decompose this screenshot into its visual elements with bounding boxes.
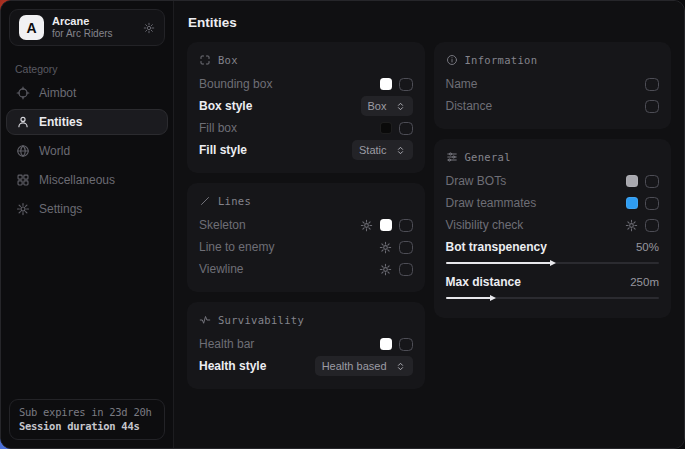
panel-title: Survivability xyxy=(218,314,304,326)
panel-header: General xyxy=(446,149,660,165)
row-label: Name xyxy=(446,77,478,91)
row-label: Health style xyxy=(199,359,266,373)
color-swatch[interactable] xyxy=(380,122,392,134)
checkbox-health-bar[interactable] xyxy=(399,338,413,351)
sidebar-item-label: World xyxy=(39,144,70,158)
row-distance: Distance xyxy=(446,95,660,117)
row-box-style: Box styleBox xyxy=(199,95,413,117)
app-window: A Arcane for Arc Riders Category AimbotE… xyxy=(0,0,685,449)
crosshair-icon xyxy=(16,86,30,100)
app-subtitle: for Arc Riders xyxy=(52,28,135,40)
chevrons-up-down-icon xyxy=(395,101,406,112)
app-logo: A xyxy=(19,15,44,40)
header-gear-icon[interactable] xyxy=(143,22,155,34)
entities-icon xyxy=(16,115,30,129)
slider-track[interactable] xyxy=(446,297,660,299)
scan-icon xyxy=(199,54,211,66)
slider-value: 250m xyxy=(630,276,659,288)
page-title: Entities xyxy=(188,15,671,30)
sidebar-item-miscellaneous[interactable]: Miscellaneous xyxy=(6,167,168,193)
main-content: Entities BoxBounding boxBox styleBoxFill… xyxy=(174,1,684,448)
sidebar: A Arcane for Arc Riders Category AimbotE… xyxy=(1,1,174,448)
checkbox-skeleton[interactable] xyxy=(399,219,413,232)
panel-title: Lines xyxy=(218,195,251,207)
dropdown-fill-style[interactable]: Static xyxy=(352,140,413,160)
checkbox-visibility-check[interactable] xyxy=(645,219,659,232)
grid-icon xyxy=(16,173,30,187)
dropdown-value: Health based xyxy=(322,360,387,372)
sidebar-item-label: Miscellaneous xyxy=(39,173,115,187)
checkbox-bounding-box[interactable] xyxy=(399,78,413,91)
box-panel: BoxBounding boxBox styleBoxFill boxFill … xyxy=(187,42,425,173)
session-duration-text: Session duration 44s xyxy=(19,420,155,432)
row-visibility-check: Visibility check xyxy=(446,214,660,236)
row-fill-style: Fill styleStatic xyxy=(199,139,413,161)
color-swatch[interactable] xyxy=(380,219,392,231)
row-health-style: Health styleHealth based xyxy=(199,355,413,377)
row-settings-gear-icon[interactable] xyxy=(379,263,392,276)
panel-header: Box xyxy=(199,52,413,68)
color-swatch[interactable] xyxy=(626,197,638,209)
panel-title: Information xyxy=(465,54,538,66)
color-swatch[interactable] xyxy=(626,175,638,187)
chevrons-up-down-icon xyxy=(395,145,406,156)
row-label: Box style xyxy=(199,99,252,113)
panel-title: Box xyxy=(218,54,238,66)
color-swatch[interactable] xyxy=(380,78,392,90)
slash-icon xyxy=(199,195,211,207)
category-label: Category xyxy=(15,63,173,75)
row-skeleton: Skeleton xyxy=(199,214,413,236)
sidebar-item-label: Aimbot xyxy=(39,86,76,100)
checkbox-line-to-enemy[interactable] xyxy=(399,241,413,254)
slider-value: 50% xyxy=(636,241,659,253)
pulse-icon xyxy=(199,314,211,326)
slider-fill[interactable] xyxy=(446,297,493,299)
checkbox-draw-bots[interactable] xyxy=(645,175,659,188)
row-label: Line to enemy xyxy=(199,240,274,254)
row-label: Draw teammates xyxy=(446,196,537,210)
sidebar-item-world[interactable]: World xyxy=(6,138,168,164)
color-swatch[interactable] xyxy=(380,338,392,350)
left-column: BoxBounding boxBox styleBoxFill boxFill … xyxy=(187,42,425,389)
general-panel: GeneralDraw BOTsDraw teammatesVisibility… xyxy=(434,139,672,318)
row-label: Distance xyxy=(446,99,493,113)
sliders-icon xyxy=(446,151,458,163)
dropdown-health-style[interactable]: Health based xyxy=(315,356,413,376)
sidebar-item-label: Settings xyxy=(39,202,82,216)
row-line-to-enemy: Line to enemy xyxy=(199,236,413,258)
panel-header: Information xyxy=(446,52,660,68)
sidebar-item-entities[interactable]: Entities xyxy=(6,109,168,135)
slider-fill[interactable] xyxy=(446,262,553,264)
survivability-panel: SurvivabilityHealth barHealth styleHealt… xyxy=(187,302,425,389)
slider-row-bot-transpenency: Bot transpenency50% xyxy=(446,236,660,271)
dropdown-value: Static xyxy=(359,144,387,156)
sidebar-item-label: Entities xyxy=(39,115,82,129)
row-settings-gear-icon[interactable] xyxy=(625,219,638,232)
app-name: Arcane xyxy=(52,15,135,28)
checkbox-viewline[interactable] xyxy=(399,263,413,276)
right-column: InformationNameDistanceGeneralDraw BOTsD… xyxy=(434,42,672,318)
sidebar-item-aimbot[interactable]: Aimbot xyxy=(6,80,168,106)
checkbox-name[interactable] xyxy=(645,78,659,91)
dropdown-value: Box xyxy=(368,100,387,112)
sidebar-nav: AimbotEntitiesWorldMiscellaneousSettings xyxy=(1,80,173,222)
slider-label: Max distance xyxy=(446,275,521,289)
row-label: Skeleton xyxy=(199,218,246,232)
row-health-bar: Health bar xyxy=(199,333,413,355)
sidebar-item-settings[interactable]: Settings xyxy=(6,196,168,222)
row-bounding-box: Bounding box xyxy=(199,73,413,95)
row-settings-gear-icon[interactable] xyxy=(360,219,373,232)
row-draw-teammates: Draw teammates xyxy=(446,192,660,214)
row-settings-gear-icon[interactable] xyxy=(379,241,392,254)
checkbox-draw-teammates[interactable] xyxy=(645,197,659,210)
row-label: Visibility check xyxy=(446,218,524,232)
row-label: Health bar xyxy=(199,337,254,351)
lines-panel: LinesSkeletonLine to enemyViewline xyxy=(187,183,425,292)
dropdown-box-style[interactable]: Box xyxy=(361,96,413,116)
checkbox-fill-box[interactable] xyxy=(399,122,413,135)
panel-header: Survivability xyxy=(199,312,413,328)
row-name: Name xyxy=(446,73,660,95)
row-label: Fill style xyxy=(199,143,247,157)
slider-track[interactable] xyxy=(446,262,660,264)
checkbox-distance[interactable] xyxy=(645,100,659,113)
